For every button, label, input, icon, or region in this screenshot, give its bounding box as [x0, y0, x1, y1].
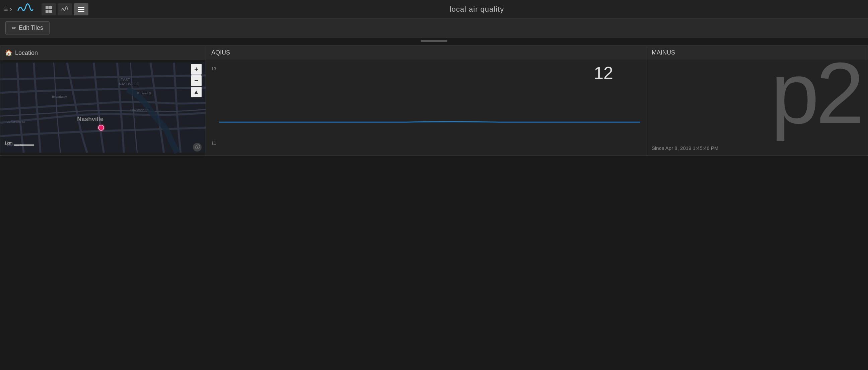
map-controls: + − ▲	[191, 64, 202, 97]
scroll-bar	[421, 40, 447, 42]
edit-tiles-button[interactable]: ✏ Edit Tiles	[5, 22, 50, 34]
svg-text:NASHVILLE: NASHVILLE	[119, 82, 139, 86]
svg-rect-3	[49, 10, 52, 13]
aqius-tile: AQIUS 12 13 11	[206, 45, 647, 156]
mainus-content: p2 Since Apr 8, 2019 1:45:46 PM	[647, 60, 868, 156]
list-view-button[interactable]	[74, 3, 88, 15]
svg-text:Russell S: Russell S	[137, 91, 151, 95]
zoom-in-button[interactable]: +	[191, 64, 202, 75]
map-area: EAST NASHVILLE Nashville Jefferson St He…	[0, 60, 206, 156]
mainus-label: MAINUS	[652, 49, 675, 56]
svg-rect-4	[78, 7, 84, 8]
edit-tiles-label: Edit Tiles	[19, 25, 43, 31]
scale-label: 1km	[4, 140, 13, 145]
logo-icon	[18, 2, 33, 16]
tiles-view-button[interactable]	[41, 3, 56, 15]
svg-rect-6	[78, 11, 84, 12]
tiles-container: 🏠 Location	[0, 45, 868, 156]
scroll-indicator	[0, 37, 868, 44]
mainus-tile: MAINUS p2 Since Apr 8, 2019 1:45:46 PM	[647, 45, 868, 156]
location-tile-header: 🏠 Location	[0, 46, 206, 60]
svg-point-23	[97, 124, 105, 132]
edit-tiles-bar: ✏ Edit Tiles	[0, 19, 868, 37]
scale-bar	[14, 144, 34, 145]
topbar: ≡ › local air quality	[0, 0, 868, 19]
aqius-label: AQIUS	[211, 49, 230, 56]
svg-text:Nashville: Nashville	[77, 116, 103, 123]
aqius-chart-area: 12 13 11	[206, 60, 647, 156]
svg-text:EAST: EAST	[121, 78, 130, 81]
aqius-y-bottom: 11	[211, 140, 216, 145]
mainus-since: Since Apr 8, 2019 1:45:46 PM	[652, 145, 718, 151]
zoom-out-button[interactable]: −	[191, 75, 202, 86]
mainus-big-text: p2	[771, 49, 861, 136]
map-scale: 1km	[4, 140, 34, 145]
house-icon: 🏠	[5, 49, 12, 57]
zoom-reset-button[interactable]: ▲	[191, 87, 202, 97]
location-label: Location	[15, 49, 38, 57]
aqius-tile-header: AQIUS	[206, 46, 647, 60]
aqius-y-top: 13	[211, 66, 216, 71]
svg-text:Davidson St: Davidson St	[131, 108, 149, 112]
page-title: local air quality	[90, 5, 864, 14]
wave-view-button[interactable]	[58, 3, 72, 15]
svg-rect-2	[45, 10, 49, 13]
svg-rect-0	[45, 6, 49, 9]
map-info-button[interactable]: ⓘ	[193, 143, 202, 152]
svg-text:Jefferson St: Jefferson St	[7, 120, 25, 124]
svg-rect-5	[78, 9, 84, 10]
aqius-value: 12	[594, 63, 613, 83]
svg-text:Broadway: Broadway	[52, 95, 67, 98]
pencil-icon: ✏	[12, 25, 16, 31]
svg-rect-1	[49, 6, 52, 9]
menu-icon[interactable]: ≡ ›	[4, 5, 12, 13]
location-tile: 🏠 Location	[0, 45, 206, 156]
